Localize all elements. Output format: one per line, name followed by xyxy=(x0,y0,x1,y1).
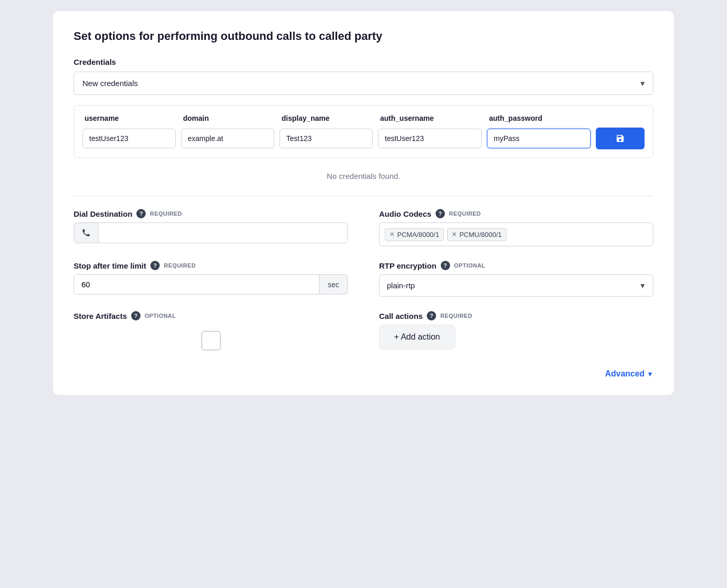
rtp-encryption-field: RTP encryption ? OPTIONAL plain-rtp srtp… xyxy=(379,261,653,297)
time-input-wrapper: sec xyxy=(74,274,348,295)
no-credentials-text: No credentials found. xyxy=(74,164,653,184)
page-title: Set options for performing outbound call… xyxy=(74,30,653,43)
credentials-dropdown-wrapper: New credentials ▼ xyxy=(74,72,653,95)
rtp-select-wrapper: plain-rtp srtp dtls-srtp ▼ xyxy=(379,274,653,297)
call-actions-field: Call actions ? REQUIRED + Add action xyxy=(379,311,653,357)
col-header-domain: domain xyxy=(183,114,276,122)
credentials-table-header: username domain display_name auth_userna… xyxy=(82,114,645,122)
store-artifacts-field: Store Artifacts ? OPTIONAL xyxy=(74,311,348,357)
remove-pcma-icon[interactable]: ✕ xyxy=(389,231,395,237)
time-suffix: sec xyxy=(319,275,347,294)
dial-destination-badge: REQUIRED xyxy=(150,211,182,217)
call-actions-help-icon[interactable]: ? xyxy=(427,311,436,320)
audio-codecs-field: Audio Codecs ? REQUIRED ✕ PCMA/8000/1 ✕ … xyxy=(379,209,653,246)
domain-input[interactable] xyxy=(181,129,274,148)
audio-codecs-help-icon[interactable]: ? xyxy=(436,209,445,218)
advanced-label: Advanced xyxy=(605,369,645,379)
credentials-label: Credentials xyxy=(74,58,653,66)
stop-time-label: Stop after time limit xyxy=(74,261,146,270)
dial-destination-field: Dial Destination ? REQUIRED xyxy=(74,209,348,246)
advanced-link[interactable]: Advanced ▼ xyxy=(605,369,653,379)
call-actions-badge: REQUIRED xyxy=(440,313,472,319)
stop-time-input[interactable] xyxy=(74,275,319,294)
store-artifacts-badge: OPTIONAL xyxy=(145,313,176,319)
col-header-username: username xyxy=(85,114,178,122)
store-artifacts-checkbox[interactable] xyxy=(201,331,221,351)
section-divider xyxy=(74,196,653,197)
rtp-help-icon[interactable]: ? xyxy=(441,261,450,270)
col-header-auth-username: auth_username xyxy=(380,114,484,122)
credentials-dropdown[interactable]: New credentials xyxy=(74,72,653,95)
dial-destination-label: Dial Destination xyxy=(74,209,132,218)
dial-destination-input[interactable] xyxy=(99,223,347,243)
display-name-input[interactable] xyxy=(279,129,373,148)
form-grid: Dial Destination ? REQUIRED Audio Codecs… xyxy=(74,209,653,357)
auth-password-input[interactable] xyxy=(487,129,591,148)
store-artifacts-checkbox-wrapper xyxy=(74,325,348,357)
credentials-table: username domain display_name auth_userna… xyxy=(74,105,653,158)
advanced-chevron-icon: ▼ xyxy=(647,370,653,378)
store-artifacts-label-row: Store Artifacts ? OPTIONAL xyxy=(74,311,348,320)
codec-pcma-label: PCMA/8000/1 xyxy=(397,231,439,239)
stop-time-help-icon[interactable]: ? xyxy=(150,261,160,270)
codec-tag-pcmu: ✕ PCMU/8000/1 xyxy=(447,228,507,241)
main-card: Set options for performing outbound call… xyxy=(52,10,675,396)
auth-username-input[interactable] xyxy=(378,129,482,148)
phone-icon xyxy=(74,223,99,243)
add-action-label: + Add action xyxy=(394,332,440,342)
codec-pcmu-label: PCMU/8000/1 xyxy=(459,231,502,239)
col-header-display-name: display_name xyxy=(282,114,375,122)
phone-svg-icon xyxy=(81,228,91,237)
username-input[interactable] xyxy=(82,129,176,148)
advanced-row: Advanced ▼ xyxy=(74,369,653,379)
audio-codecs-label: Audio Codecs xyxy=(379,209,431,218)
stop-time-label-row: Stop after time limit ? REQUIRED xyxy=(74,261,348,270)
stop-after-time-field: Stop after time limit ? REQUIRED sec xyxy=(74,261,348,297)
rtp-badge: OPTIONAL xyxy=(454,262,485,269)
credentials-table-row xyxy=(82,128,645,149)
dial-destination-label-row: Dial Destination ? REQUIRED xyxy=(74,209,348,218)
col-header-action xyxy=(598,114,629,122)
call-actions-label: Call actions xyxy=(379,312,423,320)
dial-destination-help-icon[interactable]: ? xyxy=(136,209,146,218)
store-artifacts-help-icon[interactable]: ? xyxy=(131,311,141,320)
store-artifacts-label: Store Artifacts xyxy=(74,312,127,320)
rtp-label: RTP encryption xyxy=(379,261,437,270)
save-icon xyxy=(616,134,625,143)
stop-time-badge: REQUIRED xyxy=(164,262,196,269)
codec-tag-pcma: ✕ PCMA/8000/1 xyxy=(385,228,444,241)
audio-codecs-badge: REQUIRED xyxy=(449,211,481,217)
save-credentials-button[interactable] xyxy=(596,128,645,149)
rtp-encryption-select[interactable]: plain-rtp srtp dtls-srtp xyxy=(379,274,653,297)
remove-pcmu-icon[interactable]: ✕ xyxy=(452,231,457,237)
dial-destination-input-wrapper xyxy=(74,222,348,243)
add-action-button[interactable]: + Add action xyxy=(379,325,455,349)
audio-codecs-label-row: Audio Codecs ? REQUIRED xyxy=(379,209,653,218)
call-actions-label-row: Call actions ? REQUIRED xyxy=(379,311,653,320)
rtp-label-row: RTP encryption ? OPTIONAL xyxy=(379,261,653,270)
col-header-auth-password: auth_password xyxy=(489,114,593,122)
codecs-wrapper: ✕ PCMA/8000/1 ✕ PCMU/8000/1 xyxy=(379,222,653,246)
